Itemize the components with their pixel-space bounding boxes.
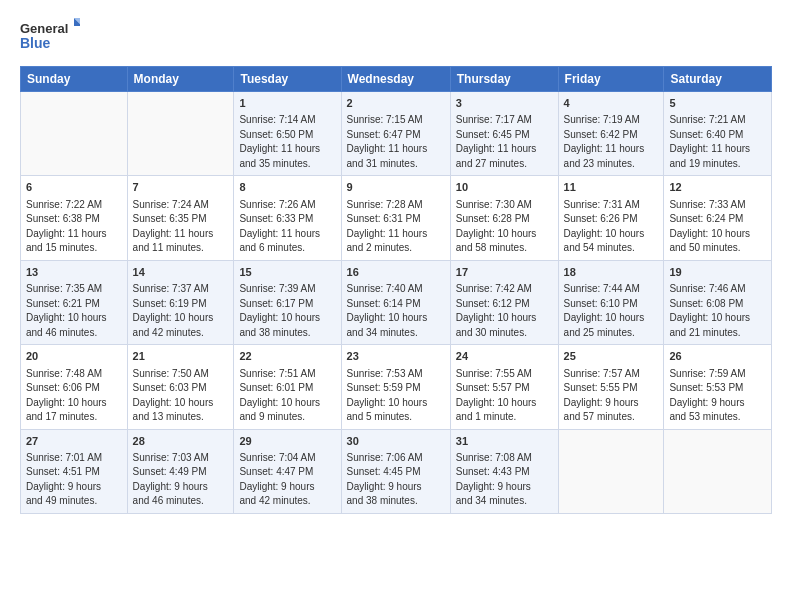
day-number: 5 [669,96,766,111]
day-info: Sunrise: 7:37 AM Sunset: 6:19 PM Dayligh… [133,282,229,340]
day-number: 1 [239,96,335,111]
calendar-day-cell: 4Sunrise: 7:19 AM Sunset: 6:42 PM Daylig… [558,92,664,176]
calendar-day-cell: 7Sunrise: 7:24 AM Sunset: 6:35 PM Daylig… [127,176,234,260]
weekday-header: Saturday [664,67,772,92]
calendar-day-cell: 2Sunrise: 7:15 AM Sunset: 6:47 PM Daylig… [341,92,450,176]
calendar-day-cell: 21Sunrise: 7:50 AM Sunset: 6:03 PM Dayli… [127,345,234,429]
weekday-header: Thursday [450,67,558,92]
calendar-day-cell: 15Sunrise: 7:39 AM Sunset: 6:17 PM Dayli… [234,260,341,344]
day-number: 2 [347,96,445,111]
calendar-day-cell: 23Sunrise: 7:53 AM Sunset: 5:59 PM Dayli… [341,345,450,429]
day-info: Sunrise: 7:24 AM Sunset: 6:35 PM Dayligh… [133,198,229,256]
day-number: 14 [133,265,229,280]
day-info: Sunrise: 7:01 AM Sunset: 4:51 PM Dayligh… [26,451,122,509]
calendar-day-cell: 9Sunrise: 7:28 AM Sunset: 6:31 PM Daylig… [341,176,450,260]
day-number: 27 [26,434,122,449]
calendar-day-cell: 29Sunrise: 7:04 AM Sunset: 4:47 PM Dayli… [234,429,341,513]
weekday-header: Wednesday [341,67,450,92]
weekday-header: Sunday [21,67,128,92]
header: General Blue [20,16,772,56]
day-number: 12 [669,180,766,195]
calendar-day-cell: 1Sunrise: 7:14 AM Sunset: 6:50 PM Daylig… [234,92,341,176]
calendar-week-row: 13Sunrise: 7:35 AM Sunset: 6:21 PM Dayli… [21,260,772,344]
calendar-day-cell: 28Sunrise: 7:03 AM Sunset: 4:49 PM Dayli… [127,429,234,513]
day-info: Sunrise: 7:14 AM Sunset: 6:50 PM Dayligh… [239,113,335,171]
calendar-day-cell: 8Sunrise: 7:26 AM Sunset: 6:33 PM Daylig… [234,176,341,260]
day-number: 10 [456,180,553,195]
day-number: 29 [239,434,335,449]
day-info: Sunrise: 7:48 AM Sunset: 6:06 PM Dayligh… [26,367,122,425]
day-info: Sunrise: 7:26 AM Sunset: 6:33 PM Dayligh… [239,198,335,256]
calendar-day-cell: 26Sunrise: 7:59 AM Sunset: 5:53 PM Dayli… [664,345,772,429]
day-number: 17 [456,265,553,280]
day-info: Sunrise: 7:53 AM Sunset: 5:59 PM Dayligh… [347,367,445,425]
day-info: Sunrise: 7:28 AM Sunset: 6:31 PM Dayligh… [347,198,445,256]
day-number: 22 [239,349,335,364]
day-number: 3 [456,96,553,111]
calendar-day-cell: 18Sunrise: 7:44 AM Sunset: 6:10 PM Dayli… [558,260,664,344]
day-number: 24 [456,349,553,364]
day-info: Sunrise: 7:17 AM Sunset: 6:45 PM Dayligh… [456,113,553,171]
calendar-week-row: 27Sunrise: 7:01 AM Sunset: 4:51 PM Dayli… [21,429,772,513]
day-info: Sunrise: 7:44 AM Sunset: 6:10 PM Dayligh… [564,282,659,340]
calendar-day-cell: 13Sunrise: 7:35 AM Sunset: 6:21 PM Dayli… [21,260,128,344]
day-info: Sunrise: 7:15 AM Sunset: 6:47 PM Dayligh… [347,113,445,171]
day-number: 16 [347,265,445,280]
calendar-day-cell: 19Sunrise: 7:46 AM Sunset: 6:08 PM Dayli… [664,260,772,344]
day-info: Sunrise: 7:19 AM Sunset: 6:42 PM Dayligh… [564,113,659,171]
weekday-header-row: SundayMondayTuesdayWednesdayThursdayFrid… [21,67,772,92]
day-number: 8 [239,180,335,195]
day-info: Sunrise: 7:33 AM Sunset: 6:24 PM Dayligh… [669,198,766,256]
calendar-day-cell: 25Sunrise: 7:57 AM Sunset: 5:55 PM Dayli… [558,345,664,429]
day-number: 20 [26,349,122,364]
weekday-header: Tuesday [234,67,341,92]
calendar-day-cell: 17Sunrise: 7:42 AM Sunset: 6:12 PM Dayli… [450,260,558,344]
svg-text:Blue: Blue [20,35,51,51]
calendar-day-cell: 30Sunrise: 7:06 AM Sunset: 4:45 PM Dayli… [341,429,450,513]
logo-svg: General Blue [20,16,80,56]
day-number: 30 [347,434,445,449]
day-number: 4 [564,96,659,111]
day-number: 28 [133,434,229,449]
calendar-day-cell: 6Sunrise: 7:22 AM Sunset: 6:38 PM Daylig… [21,176,128,260]
day-info: Sunrise: 7:42 AM Sunset: 6:12 PM Dayligh… [456,282,553,340]
calendar-week-row: 1Sunrise: 7:14 AM Sunset: 6:50 PM Daylig… [21,92,772,176]
calendar-day-cell: 10Sunrise: 7:30 AM Sunset: 6:28 PM Dayli… [450,176,558,260]
weekday-header: Friday [558,67,664,92]
logo: General Blue [20,16,80,56]
day-info: Sunrise: 7:59 AM Sunset: 5:53 PM Dayligh… [669,367,766,425]
calendar-day-cell: 11Sunrise: 7:31 AM Sunset: 6:26 PM Dayli… [558,176,664,260]
calendar-week-row: 20Sunrise: 7:48 AM Sunset: 6:06 PM Dayli… [21,345,772,429]
day-info: Sunrise: 7:22 AM Sunset: 6:38 PM Dayligh… [26,198,122,256]
calendar-day-cell [21,92,128,176]
day-info: Sunrise: 7:08 AM Sunset: 4:43 PM Dayligh… [456,451,553,509]
day-number: 21 [133,349,229,364]
day-number: 25 [564,349,659,364]
day-number: 7 [133,180,229,195]
day-info: Sunrise: 7:35 AM Sunset: 6:21 PM Dayligh… [26,282,122,340]
calendar-day-cell: 12Sunrise: 7:33 AM Sunset: 6:24 PM Dayli… [664,176,772,260]
day-number: 31 [456,434,553,449]
weekday-header: Monday [127,67,234,92]
calendar-day-cell: 14Sunrise: 7:37 AM Sunset: 6:19 PM Dayli… [127,260,234,344]
svg-text:General: General [20,21,68,36]
calendar-day-cell [127,92,234,176]
day-number: 23 [347,349,445,364]
day-info: Sunrise: 7:46 AM Sunset: 6:08 PM Dayligh… [669,282,766,340]
calendar-week-row: 6Sunrise: 7:22 AM Sunset: 6:38 PM Daylig… [21,176,772,260]
day-number: 15 [239,265,335,280]
day-info: Sunrise: 7:40 AM Sunset: 6:14 PM Dayligh… [347,282,445,340]
day-info: Sunrise: 7:30 AM Sunset: 6:28 PM Dayligh… [456,198,553,256]
day-number: 6 [26,180,122,195]
day-number: 9 [347,180,445,195]
day-info: Sunrise: 7:06 AM Sunset: 4:45 PM Dayligh… [347,451,445,509]
calendar-day-cell: 20Sunrise: 7:48 AM Sunset: 6:06 PM Dayli… [21,345,128,429]
day-info: Sunrise: 7:50 AM Sunset: 6:03 PM Dayligh… [133,367,229,425]
calendar-day-cell: 22Sunrise: 7:51 AM Sunset: 6:01 PM Dayli… [234,345,341,429]
day-info: Sunrise: 7:04 AM Sunset: 4:47 PM Dayligh… [239,451,335,509]
day-info: Sunrise: 7:57 AM Sunset: 5:55 PM Dayligh… [564,367,659,425]
day-number: 11 [564,180,659,195]
page: General Blue SundayMondayTuesdayWednesda… [0,0,792,612]
day-info: Sunrise: 7:39 AM Sunset: 6:17 PM Dayligh… [239,282,335,340]
day-number: 19 [669,265,766,280]
